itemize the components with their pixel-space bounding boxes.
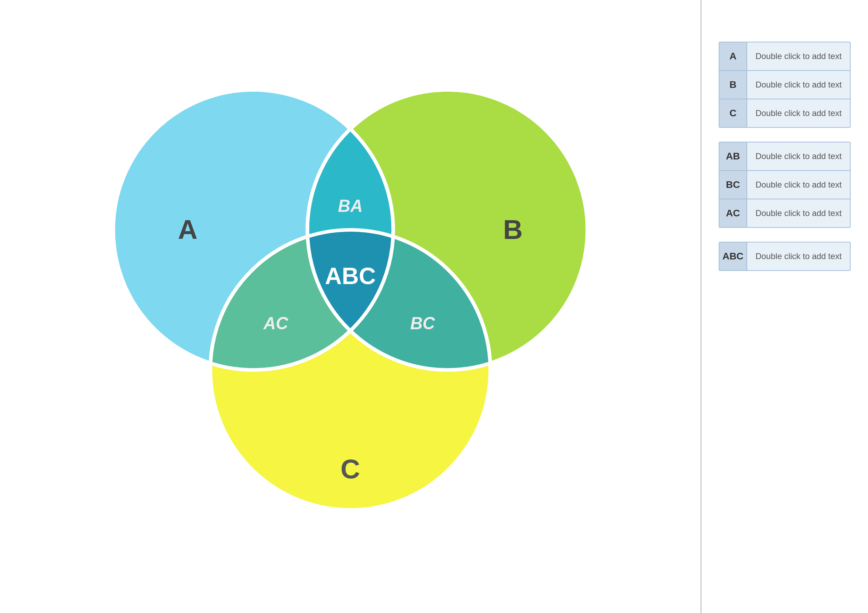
legend-key-abc: ABC bbox=[719, 242, 747, 270]
legend-row-ab[interactable]: AB Double click to add text bbox=[719, 143, 850, 171]
legend-row-b[interactable]: B Double click to add text bbox=[719, 71, 850, 99]
legend-key-ab: AB bbox=[719, 143, 747, 170]
legend-key-c: C bbox=[719, 99, 747, 127]
sidebar: A Double click to add text B Double clic… bbox=[701, 0, 868, 613]
legend-row-c[interactable]: C Double click to add text bbox=[719, 99, 850, 127]
legend-key-bc: BC bbox=[719, 171, 747, 199]
main-area: A B C BA AC BC ABC bbox=[0, 0, 701, 613]
label-b: B bbox=[503, 214, 522, 245]
legend-group-single: A Double click to add text B Double clic… bbox=[719, 42, 851, 128]
legend-key-ac: AC bbox=[719, 199, 747, 227]
legend-group-double: AB Double click to add text BC Double cl… bbox=[719, 142, 851, 228]
label-a: A bbox=[178, 214, 198, 245]
label-ac: AC bbox=[263, 313, 289, 333]
legend-row-abc[interactable]: ABC Double click to add text bbox=[719, 242, 850, 270]
legend-value-c[interactable]: Double click to add text bbox=[747, 99, 850, 127]
legend-value-a[interactable]: Double click to add text bbox=[747, 42, 850, 70]
legend-row-ac[interactable]: AC Double click to add text bbox=[719, 199, 850, 227]
legend-value-ac[interactable]: Double click to add text bbox=[747, 199, 850, 227]
venn-diagram: A B C BA AC BC ABC bbox=[73, 29, 628, 585]
legend-row-a[interactable]: A Double click to add text bbox=[719, 42, 850, 71]
label-ba: BA bbox=[338, 196, 363, 215]
legend-key-b: B bbox=[719, 71, 747, 99]
legend-group-triple: ABC Double click to add text bbox=[719, 242, 851, 271]
label-c: C bbox=[341, 453, 360, 484]
legend-value-bc[interactable]: Double click to add text bbox=[747, 171, 850, 199]
legend-value-b[interactable]: Double click to add text bbox=[747, 71, 850, 99]
legend-value-ab[interactable]: Double click to add text bbox=[747, 143, 850, 170]
legend-row-bc[interactable]: BC Double click to add text bbox=[719, 171, 850, 199]
label-abc: ABC bbox=[325, 262, 376, 289]
legend-key-a: A bbox=[719, 42, 747, 70]
legend-value-abc[interactable]: Double click to add text bbox=[747, 242, 850, 270]
label-bc: BC bbox=[410, 313, 436, 333]
